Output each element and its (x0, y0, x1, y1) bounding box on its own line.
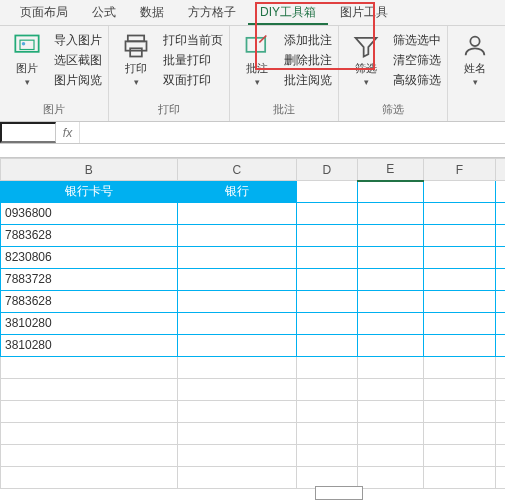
cell[interactable] (495, 269, 505, 291)
cell[interactable] (495, 445, 505, 467)
cell[interactable] (424, 291, 496, 313)
cell[interactable] (357, 313, 423, 335)
select-screenshot-button[interactable]: 选区截图 (54, 52, 102, 68)
cell[interactable] (424, 379, 496, 401)
name-box-input[interactable] (0, 122, 56, 143)
batch-print-button[interactable]: 批量打印 (163, 52, 223, 68)
cell[interactable]: 8230806 (1, 247, 178, 269)
cell[interactable] (177, 357, 296, 379)
cell[interactable] (177, 225, 296, 247)
col-header-f[interactable]: F (424, 159, 496, 181)
cell[interactable] (297, 269, 358, 291)
print-dropdown-button[interactable]: 打印▾ (115, 30, 157, 91)
duplex-print-button[interactable]: 双面打印 (163, 72, 223, 88)
cell[interactable] (495, 379, 505, 401)
cell[interactable] (495, 335, 505, 357)
tab-fangfang[interactable]: 方方格子 (176, 0, 248, 25)
cell[interactable]: 7883628 (1, 225, 178, 247)
cell[interactable] (297, 225, 358, 247)
tab-diy-toolbox[interactable]: DIY工具箱 (248, 0, 328, 25)
cell[interactable] (1, 467, 178, 489)
cell[interactable] (424, 181, 496, 203)
cell[interactable] (357, 379, 423, 401)
cell[interactable] (297, 313, 358, 335)
cell[interactable] (357, 467, 423, 489)
col-header-c[interactable]: C (177, 159, 296, 181)
cell[interactable] (357, 357, 423, 379)
cell[interactable] (357, 181, 423, 203)
formula-input[interactable] (80, 122, 505, 143)
col-header-g[interactable]: G (495, 159, 505, 181)
clear-filter-button[interactable]: 清空筛选 (393, 52, 441, 68)
cell[interactable] (297, 335, 358, 357)
cell[interactable] (297, 401, 358, 423)
cell[interactable] (1, 423, 178, 445)
advanced-filter-button[interactable]: 高级筛选 (393, 72, 441, 88)
cell[interactable] (177, 203, 296, 225)
cell[interactable] (424, 467, 496, 489)
sheet-tab-stub[interactable] (315, 486, 363, 500)
cell[interactable]: 3810280 (1, 313, 178, 335)
cell[interactable] (495, 423, 505, 445)
cell[interactable] (424, 357, 496, 379)
cell[interactable]: 0936800 (1, 203, 178, 225)
cell[interactable] (495, 291, 505, 313)
comment-dropdown-button[interactable]: 批注▾ (236, 30, 278, 91)
cell[interactable]: 3810280 (1, 335, 178, 357)
cell[interactable] (177, 445, 296, 467)
cell[interactable] (177, 291, 296, 313)
filter-in-selection-button[interactable]: 筛选选中 (393, 32, 441, 48)
cell[interactable] (297, 445, 358, 467)
cell[interactable] (424, 225, 496, 247)
cell[interactable] (357, 291, 423, 313)
picture-read-button[interactable]: 图片阅览 (54, 72, 102, 88)
cell[interactable] (357, 247, 423, 269)
cell[interactable] (357, 423, 423, 445)
cell[interactable] (357, 225, 423, 247)
tab-picture-tools[interactable]: 图片工具 (328, 0, 400, 25)
cell[interactable] (297, 203, 358, 225)
cell[interactable] (297, 379, 358, 401)
cell[interactable] (177, 247, 296, 269)
import-picture-button[interactable]: 导入图片 (54, 32, 102, 48)
tab-formulas[interactable]: 公式 (80, 0, 128, 25)
cell[interactable] (177, 269, 296, 291)
cell[interactable] (177, 379, 296, 401)
cell[interactable] (357, 269, 423, 291)
col-header-b[interactable]: B (1, 159, 178, 181)
cell[interactable] (495, 247, 505, 269)
tab-data[interactable]: 数据 (128, 0, 176, 25)
cell[interactable] (424, 401, 496, 423)
cell[interactable] (424, 269, 496, 291)
spreadsheet-grid[interactable]: B C D E F G 银行卡号 银行 0936800 7883628 8230… (0, 158, 505, 489)
cell[interactable] (1, 445, 178, 467)
cell[interactable] (297, 357, 358, 379)
cell[interactable] (1, 379, 178, 401)
cell[interactable] (177, 467, 296, 489)
print-current-button[interactable]: 打印当前页 (163, 32, 223, 48)
cell[interactable] (357, 335, 423, 357)
col-header-e[interactable]: E (357, 159, 423, 181)
cell[interactable] (495, 203, 505, 225)
cell[interactable] (357, 401, 423, 423)
cell-header-card[interactable]: 银行卡号 (1, 181, 178, 203)
cell[interactable] (297, 181, 358, 203)
cell[interactable] (495, 225, 505, 247)
cell[interactable] (357, 445, 423, 467)
cell[interactable] (495, 181, 505, 203)
cell[interactable] (297, 291, 358, 313)
cell[interactable]: 7883728 (1, 269, 178, 291)
cell[interactable] (1, 357, 178, 379)
cell[interactable] (424, 203, 496, 225)
name-dropdown-button[interactable]: 姓名▾ (454, 30, 496, 91)
cell[interactable] (495, 313, 505, 335)
tab-page-layout[interactable]: 页面布局 (8, 0, 80, 25)
cell-header-bank[interactable]: 银行 (177, 181, 296, 203)
cell[interactable] (177, 401, 296, 423)
filter-dropdown-button[interactable]: 筛选▾ (345, 30, 387, 91)
picture-dropdown-button[interactable]: 图片▾ (6, 30, 48, 91)
cell[interactable] (424, 423, 496, 445)
cell[interactable] (177, 335, 296, 357)
cell[interactable] (495, 357, 505, 379)
fx-label[interactable]: fx (56, 122, 80, 143)
